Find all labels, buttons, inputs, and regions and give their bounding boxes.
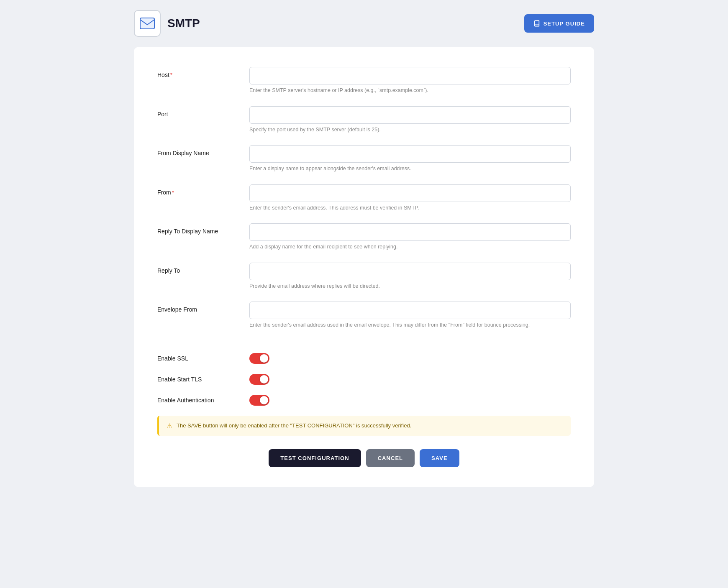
enable-ssl-thumb bbox=[260, 354, 268, 363]
enable-start-tls-thumb bbox=[260, 375, 268, 383]
setup-guide-label: SETUP GUIDE bbox=[543, 20, 585, 27]
host-row: Host* Enter the SMTP server's hostname o… bbox=[157, 67, 571, 95]
host-input-col: Enter the SMTP server's hostname or IP a… bbox=[249, 67, 571, 95]
reply-to-display-name-label-col: Reply To Display Name bbox=[157, 223, 249, 235]
enable-ssl-label: Enable SSL bbox=[157, 355, 188, 362]
enable-ssl-toggle[interactable] bbox=[249, 353, 269, 364]
from-input-col: Enter the sender's email address. This a… bbox=[249, 184, 571, 212]
book-icon bbox=[533, 20, 540, 27]
from-display-name-input[interactable] bbox=[249, 145, 571, 163]
host-label-col: Host* bbox=[157, 67, 249, 79]
reply-to-input-col: Provide the email address where replies … bbox=[249, 263, 571, 290]
warning-text: The SAVE button will only be enabled aft… bbox=[177, 422, 411, 430]
page-title: SMTP bbox=[167, 17, 200, 30]
port-label: Port bbox=[157, 111, 168, 118]
enable-authentication-row: Enable Authentication bbox=[157, 395, 571, 406]
enable-ssl-label-col: Enable SSL bbox=[157, 355, 249, 362]
svg-rect-0 bbox=[140, 18, 154, 29]
host-label: Host* bbox=[157, 72, 172, 78]
enable-authentication-label: Enable Authentication bbox=[157, 397, 214, 404]
host-input[interactable] bbox=[249, 67, 571, 84]
reply-to-label: Reply To bbox=[157, 267, 180, 274]
enable-ssl-row: Enable SSL bbox=[157, 353, 571, 364]
from-display-name-hint: Enter a display name to appear alongside… bbox=[249, 165, 571, 173]
from-display-name-row: From Display Name Enter a display name t… bbox=[157, 145, 571, 173]
reply-to-label-col: Reply To bbox=[157, 263, 249, 274]
enable-authentication-toggle[interactable] bbox=[249, 395, 269, 406]
page-header: SMTP SETUP GUIDE bbox=[134, 10, 594, 37]
from-row: From* Enter the sender's email address. … bbox=[157, 184, 571, 212]
cancel-button[interactable]: CANCEL bbox=[366, 449, 415, 467]
smtp-logo bbox=[134, 10, 161, 37]
from-display-name-label: From Display Name bbox=[157, 150, 209, 156]
envelope-from-input-col: Enter the sender's email address used in… bbox=[249, 302, 571, 329]
envelope-from-hint: Enter the sender's email address used in… bbox=[249, 322, 571, 329]
from-display-name-label-col: From Display Name bbox=[157, 145, 249, 157]
port-input[interactable] bbox=[249, 106, 571, 124]
host-required-star: * bbox=[170, 72, 172, 78]
reply-to-display-name-row: Reply To Display Name Add a display name… bbox=[157, 223, 571, 251]
enable-start-tls-row: Enable Start TLS bbox=[157, 374, 571, 385]
port-hint: Specify the port used by the SMTP server… bbox=[249, 126, 571, 134]
enable-authentication-thumb bbox=[260, 396, 268, 404]
header-left: SMTP bbox=[134, 10, 200, 37]
reply-to-display-name-input[interactable] bbox=[249, 223, 571, 241]
from-display-name-input-col: Enter a display name to appear alongside… bbox=[249, 145, 571, 173]
action-bar: TEST CONFIGURATION CANCEL SAVE bbox=[157, 449, 571, 467]
warning-box: ⚠ The SAVE button will only be enabled a… bbox=[157, 416, 571, 436]
setup-guide-button[interactable]: SETUP GUIDE bbox=[524, 14, 594, 33]
reply-to-input[interactable] bbox=[249, 263, 571, 280]
envelope-from-label: Envelope From bbox=[157, 306, 197, 313]
warning-icon: ⚠ bbox=[167, 422, 172, 430]
reply-to-row: Reply To Provide the email address where… bbox=[157, 263, 571, 290]
port-input-col: Specify the port used by the SMTP server… bbox=[249, 106, 571, 134]
enable-start-tls-label: Enable Start TLS bbox=[157, 376, 202, 383]
envelope-from-row: Envelope From Enter the sender's email a… bbox=[157, 302, 571, 329]
divider bbox=[157, 341, 571, 341]
reply-to-display-name-input-col: Add a display name for the email recipie… bbox=[249, 223, 571, 251]
from-label-col: From* bbox=[157, 184, 249, 196]
port-label-col: Port bbox=[157, 106, 249, 118]
test-configuration-button[interactable]: TEST CONFIGURATION bbox=[269, 449, 361, 467]
save-button[interactable]: SAVE bbox=[420, 449, 459, 467]
reply-to-hint: Provide the email address where replies … bbox=[249, 283, 571, 290]
reply-to-display-name-hint: Add a display name for the email recipie… bbox=[249, 243, 571, 251]
enable-start-tls-label-col: Enable Start TLS bbox=[157, 376, 249, 383]
from-hint: Enter the sender's email address. This a… bbox=[249, 205, 571, 212]
host-hint: Enter the SMTP server's hostname or IP a… bbox=[249, 87, 571, 95]
envelope-from-input[interactable] bbox=[249, 302, 571, 319]
port-row: Port Specify the port used by the SMTP s… bbox=[157, 106, 571, 134]
from-label: From* bbox=[157, 189, 174, 196]
form-card: Host* Enter the SMTP server's hostname o… bbox=[134, 47, 594, 487]
envelope-from-label-col: Envelope From bbox=[157, 302, 249, 313]
enable-authentication-label-col: Enable Authentication bbox=[157, 396, 249, 404]
enable-start-tls-toggle[interactable] bbox=[249, 374, 269, 385]
from-required-star: * bbox=[172, 189, 174, 196]
from-input[interactable] bbox=[249, 184, 571, 202]
reply-to-display-name-label: Reply To Display Name bbox=[157, 228, 218, 235]
